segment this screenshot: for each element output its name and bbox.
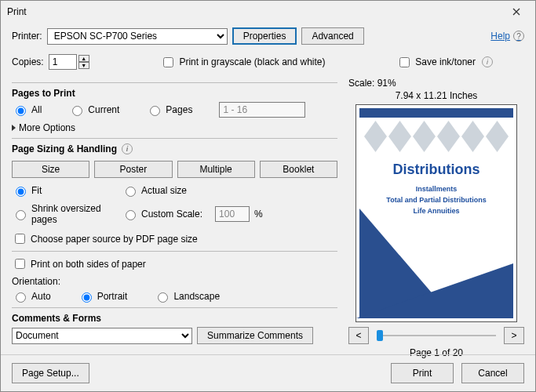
saveink-checkbox[interactable]: Save ink/toner bbox=[396, 55, 476, 70]
custom-scale-radio[interactable]: Custom Scale: bbox=[122, 208, 202, 220]
comments-title: Comments & Forms bbox=[12, 313, 337, 324]
window-title: Print bbox=[7, 6, 27, 17]
orientation-label: Orientation: bbox=[12, 276, 337, 287]
preview-sub1: Installments bbox=[359, 185, 513, 193]
pages-range-radio[interactable]: Pages bbox=[146, 103, 192, 116]
summarize-button[interactable]: Summarize Comments bbox=[197, 327, 313, 344]
pages-to-print-title: Pages to Print bbox=[12, 88, 337, 99]
orient-portrait-radio[interactable]: Portrait bbox=[78, 290, 128, 303]
page-setup-button[interactable]: Page Setup... bbox=[12, 363, 89, 383]
help-link[interactable]: Help ? bbox=[490, 31, 524, 42]
copies-row: Copies: ▲ ▼ Print in grayscale (black an… bbox=[12, 54, 524, 70]
cancel-button[interactable]: Cancel bbox=[461, 363, 524, 383]
pages-all-radio[interactable]: All bbox=[12, 103, 42, 116]
help-icon: ? bbox=[513, 31, 524, 42]
printer-row: Printer: EPSON SC-P700 Series Properties… bbox=[12, 27, 524, 45]
content: Printer: EPSON SC-P700 Series Properties… bbox=[1, 23, 535, 366]
preview-prev-button[interactable]: < bbox=[348, 327, 369, 344]
titlebar: Print bbox=[1, 1, 535, 23]
close-icon bbox=[512, 8, 520, 16]
preview-doc-title: Distributions bbox=[359, 162, 513, 178]
comments-select[interactable]: Document bbox=[12, 328, 192, 344]
more-options-toggle[interactable]: More Options bbox=[12, 122, 337, 133]
info-icon: i bbox=[122, 143, 133, 154]
copies-down[interactable]: ▼ bbox=[78, 62, 89, 69]
copies-input[interactable] bbox=[49, 54, 77, 70]
scale-text: Scale: 91% bbox=[348, 78, 524, 89]
printer-label: Printer: bbox=[12, 31, 42, 42]
pct-label: % bbox=[254, 209, 263, 220]
pages-range-input[interactable] bbox=[219, 102, 305, 118]
copies-label: Copies: bbox=[12, 56, 44, 67]
grayscale-checkbox[interactable]: Print in grayscale (black and white) bbox=[160, 55, 325, 70]
booklet-tab[interactable]: Booklet bbox=[260, 161, 337, 178]
both-sides-checkbox[interactable]: Print on both sides of paper bbox=[12, 256, 337, 271]
sizing-title: Page Sizing & Handling i bbox=[12, 143, 337, 154]
dimensions-text: 7.94 x 11.21 Inches bbox=[348, 90, 524, 101]
paper-by-size-checkbox[interactable]: Choose paper source by PDF page size bbox=[12, 231, 337, 246]
triangle-right-icon bbox=[12, 125, 16, 131]
preview-panel: Scale: 91% 7.94 x 11.21 Inches Distribut… bbox=[348, 78, 524, 358]
close-button[interactable] bbox=[504, 4, 529, 20]
properties-button[interactable]: Properties bbox=[232, 27, 297, 45]
copies-spinner: ▲ ▼ bbox=[49, 54, 89, 70]
print-dialog: Print Printer: EPSON SC-P700 Series Prop… bbox=[0, 0, 536, 392]
pages-current-radio[interactable]: Current bbox=[68, 103, 119, 116]
advanced-button[interactable]: Advanced bbox=[301, 27, 363, 45]
fit-radio[interactable]: Fit bbox=[12, 184, 114, 197]
footer: Page Setup... Print Cancel bbox=[1, 354, 535, 391]
help-label: Help bbox=[490, 31, 510, 42]
shrink-radio[interactable]: Shrink oversized pages bbox=[12, 203, 114, 225]
orient-landscape-radio[interactable]: Landscape bbox=[154, 290, 220, 303]
preview-canvas: Distributions Installments Total and Par… bbox=[356, 104, 517, 322]
info-icon: i bbox=[482, 56, 493, 67]
multiple-tab[interactable]: Multiple bbox=[177, 161, 255, 178]
actual-radio[interactable]: Actual size bbox=[122, 184, 330, 197]
print-button[interactable]: Print bbox=[391, 363, 454, 383]
preview-next-button[interactable]: > bbox=[504, 327, 524, 344]
size-tab[interactable]: Size bbox=[12, 161, 89, 178]
custom-scale-input[interactable] bbox=[215, 206, 250, 222]
orient-auto-radio[interactable]: Auto bbox=[12, 290, 51, 303]
printer-select[interactable]: EPSON SC-P700 Series bbox=[47, 28, 228, 45]
preview-slider[interactable] bbox=[374, 328, 499, 343]
preview-sub2: Total and Partial Distributions bbox=[359, 196, 513, 204]
copies-up[interactable]: ▲ bbox=[78, 55, 89, 62]
poster-tab[interactable]: Poster bbox=[94, 161, 172, 178]
